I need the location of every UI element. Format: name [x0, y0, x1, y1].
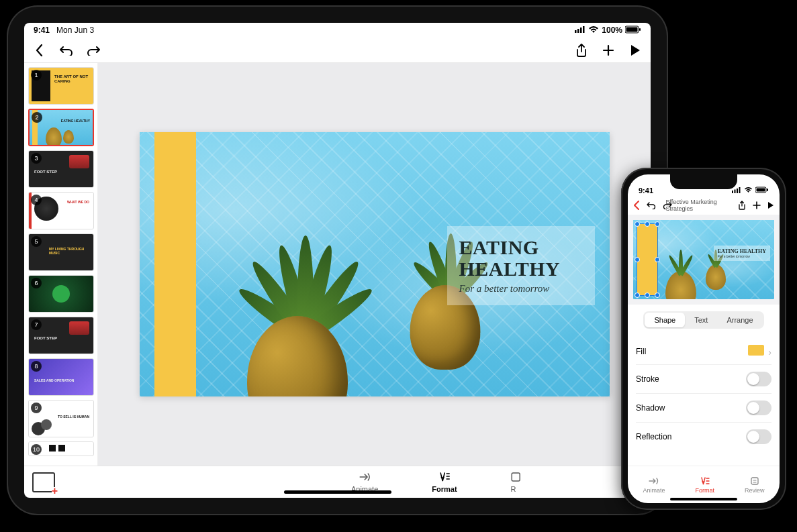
tab-animate[interactable]: Animate	[643, 476, 665, 494]
cellular-icon	[575, 25, 585, 35]
slide[interactable]: EATING HEALTHY For a better tomorrow	[633, 220, 774, 299]
stroke-row[interactable]: Stroke	[636, 365, 771, 394]
status-time: 9:41	[639, 187, 653, 195]
svg-rect-15	[751, 478, 758, 484]
slide-thumbnail[interactable]: 7 FOOT STEP	[28, 317, 94, 354]
undo-button[interactable]	[647, 201, 656, 209]
slide-number: 6	[31, 278, 42, 288]
svg-rect-14	[767, 189, 768, 191]
add-button[interactable]	[600, 42, 617, 59]
add-button[interactable]	[753, 201, 761, 209]
review-icon	[750, 476, 759, 486]
slide-number: 3	[31, 153, 42, 164]
row-label: Stroke	[636, 374, 659, 384]
add-slide-button[interactable]: +	[32, 472, 55, 492]
play-button[interactable]	[626, 42, 644, 59]
svg-rect-2	[580, 28, 582, 33]
pineapple-image[interactable]	[227, 235, 368, 396]
undo-button[interactable]	[58, 42, 75, 59]
reflection-toggle[interactable]	[746, 429, 771, 444]
svg-rect-5	[626, 27, 638, 32]
home-indicator[interactable]	[670, 498, 737, 500]
share-button[interactable]	[573, 42, 590, 59]
tab-label: Format	[695, 487, 714, 494]
document-title: Effective Marketing Strategies	[666, 199, 742, 212]
battery-icon	[755, 187, 769, 195]
chevron-right-icon: ›	[768, 347, 771, 358]
format-panel: Shape Text Arrange Fill › Stroke Shadow …	[628, 305, 780, 466]
thumb-title: SALES AND OPERATION	[34, 379, 74, 383]
slide-thumbnail[interactable]: 8 SALES AND OPERATION	[28, 358, 94, 396]
home-indicator[interactable]	[284, 490, 391, 494]
thumb-title: THE ART OF NOT CARING	[54, 74, 93, 83]
tab-label: Animate	[643, 487, 665, 494]
back-button[interactable]	[31, 42, 48, 59]
slide-number: 10	[31, 444, 42, 455]
slide-thumbnail[interactable]: 4 WHAT WE DO	[28, 192, 94, 229]
tab-review[interactable]: Review	[745, 476, 765, 494]
svg-rect-9	[735, 190, 736, 194]
slide-heading: EATING HEALTHY	[718, 248, 766, 254]
slide-number: 5	[31, 236, 42, 247]
yellow-sidebar-shape[interactable]	[154, 132, 196, 396]
title-text-box[interactable]: EATING HEALTHY For a better tomorrow	[447, 226, 595, 305]
slide-number: 7	[31, 319, 42, 330]
slide[interactable]: EATING HEALTHY For a better tomorrow	[140, 132, 610, 396]
tab-format[interactable]: Format	[432, 472, 457, 493]
fill-color-swatch	[748, 345, 764, 356]
animate-icon	[648, 476, 660, 486]
toolbar	[24, 38, 651, 63]
shadow-toggle[interactable]	[746, 401, 771, 415]
tab-review[interactable]: R	[511, 472, 524, 493]
stroke-toggle[interactable]	[746, 372, 771, 386]
shadow-row[interactable]: Shadow	[636, 394, 771, 423]
thumb-title: FOOT STEP	[34, 170, 57, 174]
slide-heading-line1: EATING	[459, 236, 539, 258]
fill-row[interactable]: Fill ›	[636, 338, 771, 365]
slide-thumbnail[interactable]: 6	[28, 275, 94, 313]
review-icon	[511, 472, 522, 484]
format-icon	[438, 472, 451, 484]
slide-number: 4	[31, 195, 42, 205]
redo-button[interactable]	[85, 42, 102, 59]
title-text-box[interactable]: EATING HEALTHY For a better tomorrow	[714, 246, 770, 261]
cellular-icon	[732, 187, 741, 195]
slide-thumbnails-panel[interactable]: 1 THE ART OF NOT CARING 2 EATING HEALTHY	[24, 63, 98, 466]
slide-thumbnail[interactable]: 3 FOOT STEP	[28, 150, 94, 188]
battery-icon	[625, 25, 641, 36]
ipad-screen: 9:41 Mon Jun 3 100%	[24, 23, 651, 498]
slide-thumbnail[interactable]: 2 EATING HEALTHY	[28, 109, 94, 146]
notch	[670, 174, 737, 189]
thumb-title: WHAT WE DO	[67, 201, 89, 205]
slide-number: 1	[31, 70, 42, 81]
row-label: Shadow	[636, 403, 665, 413]
svg-rect-8	[732, 191, 733, 193]
play-button[interactable]	[767, 201, 774, 209]
slide-thumbnail[interactable]: 1 THE ART OF NOT CARING	[28, 67, 94, 105]
segment-text[interactable]: Text	[685, 313, 717, 327]
segment-shape[interactable]: Shape	[645, 313, 685, 327]
back-button[interactable]	[633, 201, 640, 210]
slide-thumbnail[interactable]: 10	[28, 441, 94, 456]
phone-slide-canvas[interactable]: EATING HEALTHY For a better tomorrow	[628, 215, 780, 305]
tab-label: Format	[432, 485, 457, 493]
row-label: Fill	[636, 347, 646, 356]
svg-rect-11	[739, 187, 741, 193]
slide-canvas[interactable]: EATING HEALTHY For a better tomorrow	[98, 63, 651, 466]
svg-rect-3	[583, 26, 585, 33]
segment-arrange[interactable]: Arrange	[717, 313, 762, 327]
thumb-title: TO SELL IS HUMAN	[58, 415, 89, 419]
slide-thumbnail[interactable]: 9 TO SELL IS HUMAN	[28, 400, 94, 437]
slide-thumbnail[interactable]: 5 MY LIVING THROUGH MUSIC	[28, 233, 94, 271]
svg-rect-1	[577, 29, 579, 33]
slide-number: 8	[31, 361, 42, 372]
yellow-sidebar-shape[interactable]	[637, 224, 657, 295]
svg-rect-6	[639, 28, 641, 31]
status-bar: 9:41 Mon Jun 3 100%	[24, 23, 651, 38]
tab-animate[interactable]: Animate	[351, 472, 378, 493]
format-icon	[700, 476, 710, 486]
tab-format[interactable]: Format	[695, 476, 714, 494]
svg-rect-13	[757, 189, 765, 192]
reflection-row[interactable]: Reflection	[636, 423, 771, 451]
format-segment-control[interactable]: Shape Text Arrange	[643, 311, 763, 329]
